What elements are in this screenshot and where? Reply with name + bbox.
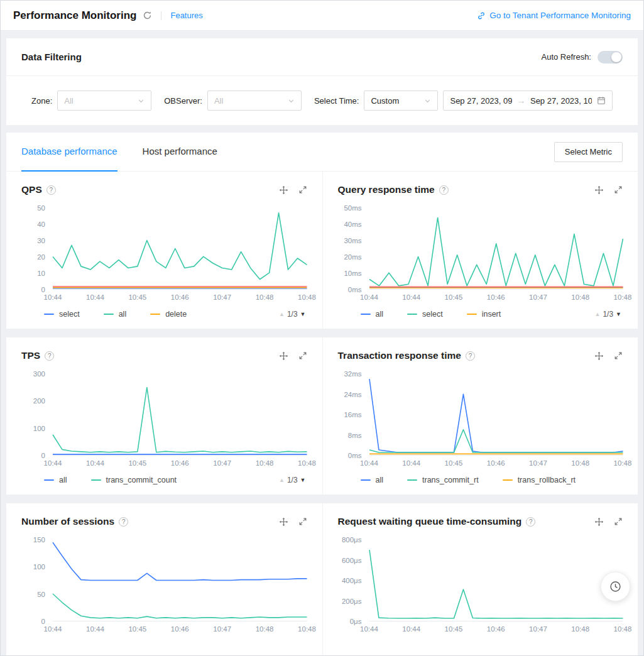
select-metric-button[interactable]: Select Metric — [554, 142, 623, 162]
chart-card-tps: TPS? 0100200300 10:4410:4410:4510:4610:4… — [6, 337, 322, 495]
refresh-icon[interactable] — [143, 11, 152, 20]
time-preset-value: Custom — [371, 96, 424, 106]
series-line — [369, 217, 623, 285]
legend-page-up-icon[interactable]: ▲ — [279, 311, 285, 317]
legend-pager: ▲1/3▼ — [279, 476, 306, 484]
chart-legend — [338, 640, 623, 652]
y-tick-label: 40 — [37, 221, 45, 228]
tenant-performance-link[interactable]: Go to Tenant Performance Monitoring — [477, 11, 631, 20]
x-tick-label: 10:44 — [44, 293, 62, 301]
legend-item[interactable]: all — [104, 310, 127, 319]
legend-page-down-icon[interactable]: ▼ — [616, 311, 621, 317]
expand-icon[interactable] — [614, 351, 623, 361]
x-tick-label: 10:48 — [614, 459, 632, 467]
x-tick-label: 10:45 — [128, 459, 146, 467]
x-axis: 10:4410:4410:4510:4610:4710:4810:48 — [369, 293, 623, 303]
help-icon[interactable]: ? — [466, 351, 475, 361]
legend-item[interactable]: insert — [467, 310, 501, 319]
chart-legend: alltrans_commit_rttrans_rollback_rt — [338, 474, 623, 486]
chart-legend: allselectinsert▲1/3▼ — [338, 309, 623, 320]
legend-item[interactable]: trans_commit_rt — [407, 476, 479, 484]
legend-page-down-icon[interactable]: ▼ — [300, 477, 306, 483]
legend-pager: ▲1/3▼ — [279, 310, 306, 319]
chart-title: Request waiting queue time-consuming — [338, 516, 522, 527]
help-icon[interactable]: ? — [439, 185, 449, 195]
date-range-picker[interactable]: Sep 27, 2023, 09 → Sep 27, 2023, 10 — [443, 90, 613, 111]
legend-page-up-icon[interactable]: ▲ — [594, 311, 600, 317]
drag-icon[interactable] — [594, 517, 604, 527]
y-tick-label: 100 — [33, 425, 45, 432]
legend-item[interactable]: delete — [150, 310, 187, 319]
y-axis: 050100150 — [21, 540, 48, 621]
x-tick-label: 10:44 — [402, 625, 420, 633]
chart-card-number-of-sessions: Number of sessions? 050100150 10:4410:44… — [6, 503, 322, 656]
expand-icon[interactable] — [298, 517, 307, 527]
x-axis: 10:4410:4410:4510:4610:4710:4810:48 — [369, 625, 623, 635]
expand-icon[interactable] — [614, 517, 623, 527]
time-preset-select[interactable]: Custom — [364, 90, 438, 111]
legend-item[interactable]: all — [44, 476, 67, 484]
help-icon[interactable]: ? — [45, 351, 54, 361]
x-tick-label: 10:46 — [171, 625, 189, 633]
zone-select[interactable]: All — [57, 90, 151, 111]
legend-item[interactable]: select — [44, 310, 80, 319]
date-end-value[interactable]: Sep 27, 2023, 10 — [530, 96, 592, 106]
line-plot — [369, 208, 623, 289]
x-tick-label: 10:46 — [487, 625, 505, 633]
tab-bar: Database performance Host performance Se… — [6, 133, 638, 172]
zone-label: Zone: — [31, 96, 52, 106]
x-tick-label: 10:46 — [171, 293, 189, 301]
line-plot — [369, 540, 623, 621]
expand-icon[interactable] — [614, 185, 623, 195]
x-tick-label: 10:45 — [445, 459, 463, 467]
line-plot — [369, 374, 623, 455]
history-clock-button[interactable] — [601, 572, 630, 601]
link-icon — [477, 11, 486, 20]
x-axis: 10:4410:4410:4510:4610:4710:4810:48 — [369, 459, 623, 469]
legend-item[interactable]: all — [361, 310, 384, 319]
legend-page-down-icon[interactable]: ▼ — [300, 311, 306, 317]
legend-page-up-icon[interactable]: ▲ — [279, 477, 285, 483]
drag-icon[interactable] — [279, 517, 288, 527]
legend-item[interactable]: select — [407, 310, 443, 319]
y-tick-label: 0 — [41, 452, 45, 459]
calendar-icon[interactable] — [597, 96, 606, 105]
drag-icon[interactable] — [279, 351, 288, 361]
help-icon[interactable]: ? — [526, 517, 535, 527]
x-tick-label: 10:47 — [213, 293, 231, 301]
select-time-label: Select Time: — [314, 96, 359, 106]
drag-icon[interactable] — [279, 185, 288, 195]
legend-item[interactable]: trans_commit_count — [91, 476, 177, 484]
help-icon[interactable]: ? — [46, 185, 56, 195]
x-tick-label: 10:44 — [86, 293, 104, 301]
x-tick-label: 10:48 — [614, 293, 632, 301]
y-axis: 0μs200μs400μs600μs800μs — [338, 540, 364, 621]
help-icon[interactable]: ? — [119, 517, 128, 527]
y-axis: 01020304050 — [21, 208, 48, 290]
series-line — [369, 430, 623, 452]
expand-icon[interactable] — [298, 351, 307, 361]
drag-icon[interactable] — [594, 351, 604, 361]
y-tick-label: 100 — [33, 563, 45, 571]
date-start-value[interactable]: Sep 27, 2023, 09 — [450, 96, 512, 106]
features-link[interactable]: Features — [170, 11, 202, 20]
chart-legend: alltrans_commit_count▲1/3▼ — [21, 474, 307, 486]
expand-icon[interactable] — [298, 185, 307, 195]
x-tick-label: 10:47 — [213, 625, 231, 633]
y-tick-label: 300 — [33, 370, 45, 378]
x-tick-label: 10:44 — [360, 459, 378, 467]
series-line — [53, 594, 307, 618]
observer-select[interactable]: All — [207, 90, 302, 111]
y-axis: 0100200300 — [21, 374, 48, 456]
legend-item[interactable]: all — [361, 476, 384, 484]
legend-item[interactable]: trans_rollback_rt — [503, 476, 576, 484]
y-tick-label: 30 — [37, 237, 45, 244]
clock-icon — [609, 580, 622, 593]
x-tick-label: 10:48 — [298, 459, 316, 467]
tab-host-performance[interactable]: Host performance — [143, 133, 217, 172]
drag-icon[interactable] — [594, 185, 604, 195]
tab-database-performance[interactable]: Database performance — [21, 133, 117, 172]
y-tick-label: 400μs — [342, 577, 362, 584]
x-tick-label: 10:44 — [86, 459, 104, 467]
auto-refresh-toggle[interactable] — [598, 51, 623, 63]
